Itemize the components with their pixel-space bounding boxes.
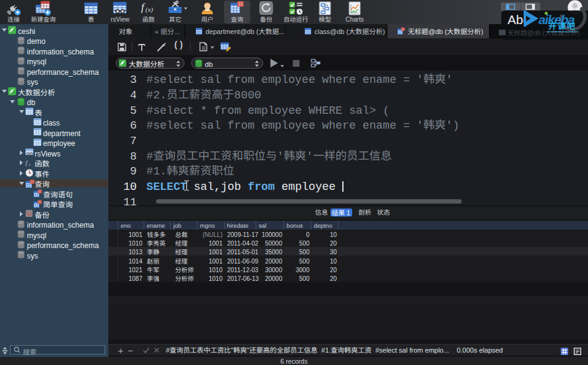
svg-text:(x): (x) xyxy=(145,6,153,14)
svg-text:x: x xyxy=(28,162,31,166)
svg-text:f: f xyxy=(141,1,145,13)
